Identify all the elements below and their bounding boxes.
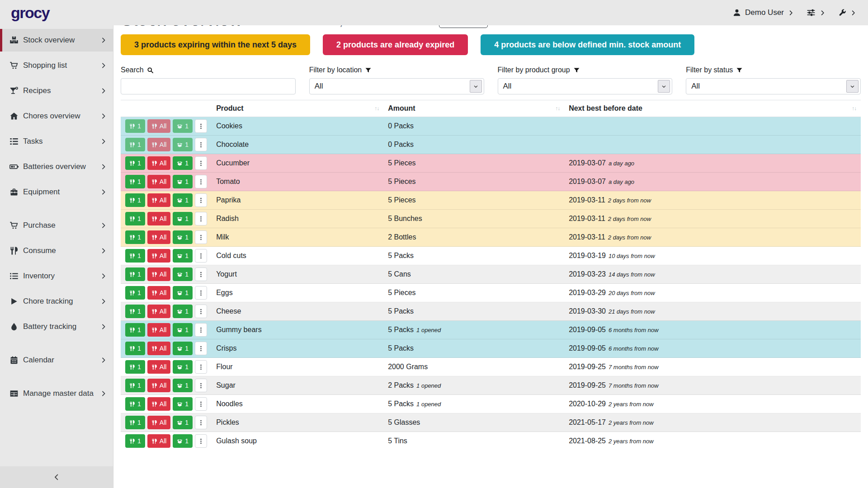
consume-one-button[interactable]: 1 bbox=[125, 379, 145, 392]
consume-all-button[interactable]: All bbox=[147, 193, 171, 207]
sidebar-item-battery-tracking[interactable]: Battery tracking bbox=[0, 315, 113, 338]
row-menu-button[interactable] bbox=[195, 230, 207, 244]
location-filter-select[interactable]: All bbox=[309, 78, 484, 94]
row-menu-button[interactable] bbox=[195, 156, 207, 170]
status-banner[interactable]: 2 products are already expired bbox=[323, 34, 468, 55]
consume-one-button[interactable]: 1 bbox=[125, 212, 145, 225]
sidebar-item-purchase[interactable]: Purchase bbox=[0, 214, 113, 237]
sidebar-item-calendar[interactable]: Calendar bbox=[0, 349, 113, 371]
sidebar-item-batteries-overview[interactable]: Batteries overview bbox=[0, 155, 113, 178]
sidebar-item-chores-overview[interactable]: Chores overview bbox=[0, 105, 113, 127]
sidebar-item-stock-overview[interactable]: Stock overview bbox=[0, 29, 113, 52]
consume-all-button[interactable]: All bbox=[147, 267, 171, 281]
consume-all-button[interactable]: All bbox=[147, 342, 171, 355]
row-menu-button[interactable] bbox=[195, 267, 207, 281]
row-menu-button[interactable] bbox=[195, 379, 207, 392]
open-one-button[interactable]: 1 bbox=[173, 397, 193, 411]
search-input[interactable] bbox=[121, 78, 296, 94]
open-one-button[interactable]: 1 bbox=[173, 416, 193, 429]
row-menu-button[interactable] bbox=[195, 212, 207, 225]
open-one-button[interactable]: 1 bbox=[173, 286, 193, 300]
consume-one-button[interactable]: 1 bbox=[125, 286, 145, 300]
open-one-button[interactable]: 1 bbox=[173, 119, 193, 133]
consume-one-button[interactable]: 1 bbox=[125, 138, 145, 151]
consume-all-button[interactable]: All bbox=[147, 230, 171, 244]
consume-one-button[interactable]: 1 bbox=[125, 360, 145, 374]
open-one-button[interactable]: 1 bbox=[173, 379, 193, 392]
row-menu-button[interactable] bbox=[195, 360, 207, 374]
consume-one-button[interactable]: 1 bbox=[125, 305, 145, 318]
consume-all-button[interactable]: All bbox=[147, 156, 171, 170]
open-one-button[interactable]: 1 bbox=[173, 360, 193, 374]
consume-one-button[interactable]: 1 bbox=[125, 416, 145, 429]
consume-one-button[interactable]: 1 bbox=[125, 397, 145, 411]
open-one-button[interactable]: 1 bbox=[173, 434, 193, 448]
status-banner[interactable]: 3 products expiring within the next 5 da… bbox=[121, 34, 310, 55]
open-one-button[interactable]: 1 bbox=[173, 323, 193, 337]
consume-all-button[interactable]: All bbox=[147, 434, 171, 448]
open-one-button[interactable]: 1 bbox=[173, 249, 193, 263]
consume-one-button[interactable]: 1 bbox=[125, 119, 145, 133]
open-one-button[interactable]: 1 bbox=[173, 193, 193, 207]
open-one-button[interactable]: 1 bbox=[173, 305, 193, 318]
consume-one-button[interactable]: 1 bbox=[125, 323, 145, 337]
consume-one-button[interactable]: 1 bbox=[125, 175, 145, 188]
consume-one-button[interactable]: 1 bbox=[125, 230, 145, 244]
consume-one-button[interactable]: 1 bbox=[125, 249, 145, 263]
product-group-filter-select[interactable]: All bbox=[498, 78, 673, 94]
consume-all-button[interactable]: All bbox=[147, 138, 171, 151]
row-menu-button[interactable] bbox=[195, 138, 207, 151]
open-one-button[interactable]: 1 bbox=[173, 156, 193, 170]
status-filter-select[interactable]: All bbox=[686, 78, 861, 94]
consume-one-button[interactable]: 1 bbox=[125, 434, 145, 448]
sidebar-item-recipes[interactable]: Recipes bbox=[0, 80, 113, 102]
sidebar-item-tasks[interactable]: Tasks bbox=[0, 130, 113, 153]
consume-all-button[interactable]: All bbox=[147, 416, 171, 429]
consume-all-button[interactable]: All bbox=[147, 175, 171, 188]
consume-one-button[interactable]: 1 bbox=[125, 342, 145, 355]
sidebar-item-chore-tracking[interactable]: Chore tracking bbox=[0, 290, 113, 313]
row-menu-button[interactable] bbox=[195, 434, 207, 448]
user-menu[interactable]: Demo User bbox=[733, 8, 794, 17]
app-logo[interactable]: grocy bbox=[11, 4, 49, 22]
column-header-amount[interactable]: Amount↑↓ bbox=[383, 100, 564, 117]
open-one-button[interactable]: 1 bbox=[173, 267, 193, 281]
open-one-button[interactable]: 1 bbox=[173, 175, 193, 188]
consume-all-button[interactable]: All bbox=[147, 305, 171, 318]
consume-all-button[interactable]: All bbox=[147, 249, 171, 263]
row-menu-button[interactable] bbox=[195, 416, 207, 429]
sidebar-item-consume[interactable]: Consume bbox=[0, 239, 113, 262]
consume-all-button[interactable]: All bbox=[147, 119, 171, 133]
open-one-button[interactable]: 1 bbox=[173, 342, 193, 355]
row-menu-button[interactable] bbox=[195, 286, 207, 300]
row-menu-button[interactable] bbox=[195, 342, 207, 355]
open-one-button[interactable]: 1 bbox=[173, 230, 193, 244]
row-menu-button[interactable] bbox=[195, 397, 207, 411]
open-one-button[interactable]: 1 bbox=[173, 138, 193, 151]
settings-menu[interactable] bbox=[807, 8, 826, 17]
row-menu-button[interactable] bbox=[195, 323, 207, 337]
row-menu-button[interactable] bbox=[195, 119, 207, 133]
row-menu-button[interactable] bbox=[195, 193, 207, 207]
admin-menu[interactable] bbox=[838, 9, 856, 17]
consume-one-button[interactable]: 1 bbox=[125, 193, 145, 207]
status-banner[interactable]: 4 products are below defined min. stock … bbox=[481, 34, 694, 55]
consume-all-button[interactable]: All bbox=[147, 286, 171, 300]
sidebar-item-manage-master-data[interactable]: Manage master data bbox=[0, 382, 113, 405]
consume-all-button[interactable]: All bbox=[147, 379, 171, 392]
sidebar-item-inventory[interactable]: Inventory bbox=[0, 265, 113, 287]
sidebar-collapse-button[interactable] bbox=[0, 466, 113, 488]
sidebar-item-equipment[interactable]: Equipment bbox=[0, 181, 113, 203]
consume-all-button[interactable]: All bbox=[147, 323, 171, 337]
consume-one-button[interactable]: 1 bbox=[125, 267, 145, 281]
column-header-next-best-before-date[interactable]: Next best before date↑↓ bbox=[564, 100, 861, 117]
open-one-button[interactable]: 1 bbox=[173, 212, 193, 225]
consume-one-button[interactable]: 1 bbox=[125, 156, 145, 170]
row-menu-button[interactable] bbox=[195, 249, 207, 263]
consume-all-button[interactable]: All bbox=[147, 360, 171, 374]
column-header-product[interactable]: Product↑↓ bbox=[212, 100, 383, 117]
sidebar-item-shopping-list[interactable]: Shopping list bbox=[0, 54, 113, 77]
consume-all-button[interactable]: All bbox=[147, 212, 171, 225]
row-menu-button[interactable] bbox=[195, 305, 207, 318]
row-menu-button[interactable] bbox=[195, 175, 207, 188]
